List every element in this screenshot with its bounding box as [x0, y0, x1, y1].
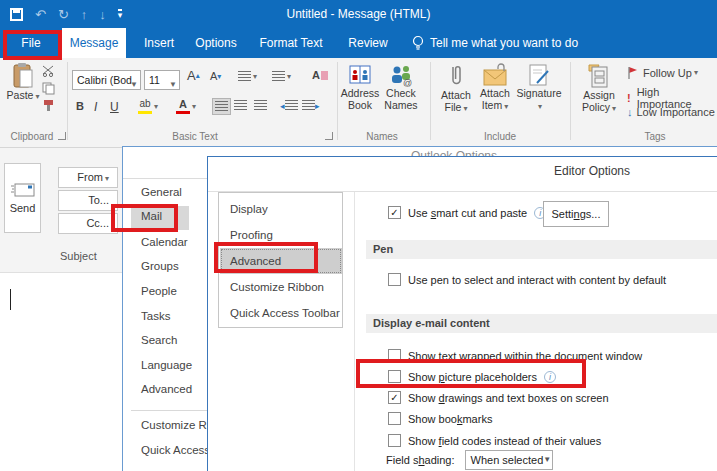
attach-file-button[interactable]: AttachFile	[437, 63, 475, 115]
tell-me-box[interactable]: Tell me what you want to do	[412, 28, 578, 58]
show-bookmarks-label: Show bookmarks	[408, 413, 492, 425]
to-button[interactable]: To...	[58, 190, 118, 211]
format-painter-button[interactable]	[42, 99, 55, 112]
svg-text:@: @	[403, 78, 412, 87]
field-shading-dropdown[interactable]: When selected ▼	[465, 450, 553, 470]
nav-quick-access-toolbar[interactable]: Quick Access Toolbar	[230, 300, 340, 326]
annotation-box-advanced-nav	[214, 242, 318, 273]
format-painter-icon	[42, 99, 55, 112]
high-importance-icon: !	[627, 92, 631, 104]
nav-separator	[131, 410, 213, 411]
underline-button[interactable]: U	[110, 100, 119, 114]
send-button[interactable]: Send	[4, 163, 41, 233]
assign-policy-button[interactable]: AssignPolicy	[578, 63, 620, 115]
group-separator	[570, 62, 571, 140]
follow-up-button[interactable]: Follow Up	[627, 66, 698, 79]
group-separator	[430, 62, 431, 140]
send-envelope-icon	[11, 182, 35, 197]
display-email-section-header: Display e-mail content	[366, 314, 717, 333]
tab-options[interactable]: Options	[188, 28, 244, 58]
clipboard-dialog-launcher-icon[interactable]	[58, 132, 66, 140]
basic-text-dialog-launcher-icon[interactable]	[325, 132, 333, 140]
increase-indent-icon	[302, 100, 315, 111]
address-book-icon	[348, 63, 372, 87]
bullets-button[interactable]	[238, 71, 257, 82]
tab-insert[interactable]: Insert	[131, 28, 187, 58]
ribbon-tab-bar: File Message Insert Options Format Text …	[0, 28, 717, 58]
nav-general[interactable]: General	[141, 186, 182, 202]
smart-cut-paste-label: Use smart cut and paste	[408, 207, 527, 219]
nav-tasks[interactable]: Tasks	[141, 310, 170, 326]
low-importance-icon: ↓	[627, 106, 633, 118]
align-right-button[interactable]	[254, 100, 267, 111]
copy-button[interactable]	[42, 82, 55, 95]
show-drawings-checkbox[interactable]: ✓	[388, 391, 401, 404]
ribbon: Paste Clipboard Calibri (Bod ▼	[0, 58, 717, 148]
from-button[interactable]: From	[58, 167, 118, 188]
nav-people[interactable]: People	[141, 285, 177, 301]
check-names-button[interactable]: @ CheckNames	[380, 63, 422, 111]
pen-section-header: Pen	[366, 240, 717, 259]
italic-button[interactable]: I	[94, 100, 97, 114]
align-center-button[interactable]	[234, 100, 247, 111]
smart-cut-paste-row: ✓ Use smart cut and paste	[388, 205, 546, 220]
nav-groups[interactable]: Groups	[141, 260, 179, 276]
group-separator	[67, 62, 68, 140]
cc-button[interactable]: Cc...	[58, 213, 118, 234]
attach-item-button[interactable]: AttachItem	[476, 63, 514, 113]
title-bar: ↶ ↻ ↑ ↓ ▾ Untitled - Message (HTML)	[0, 0, 717, 28]
text-highlight-button[interactable]: ab	[138, 98, 158, 114]
nav-advanced[interactable]: Advanced	[141, 383, 192, 399]
nav-search[interactable]: Search	[141, 334, 177, 350]
font-color-button[interactable]: A	[176, 98, 196, 114]
font-size-value: 11	[149, 74, 160, 86]
show-field-codes-checkbox[interactable]	[388, 434, 401, 447]
nav-customize-ribbon[interactable]: Customize Ribbon	[230, 274, 324, 300]
smart-cut-paste-checkbox[interactable]: ✓	[388, 206, 401, 219]
annotation-box-mail-nav	[111, 204, 178, 232]
increase-indent-button[interactable]: ▸	[302, 100, 320, 111]
editor-options-title: Editor Options	[554, 164, 630, 178]
cut-button[interactable]	[42, 65, 56, 77]
nav-display[interactable]: Display	[230, 196, 268, 222]
show-drawings-row: ✓ Show drawings and text boxes on screen	[388, 390, 609, 405]
paste-label: Paste	[7, 89, 40, 101]
tags-group-label: Tags	[630, 131, 680, 142]
address-book-button[interactable]: AddressBook	[342, 63, 378, 111]
show-drawings-label: Show drawings and text boxes on screen	[408, 392, 609, 404]
signature-button[interactable]: Signature	[517, 63, 561, 113]
settings-button[interactable]: Settings...	[543, 201, 609, 227]
tell-me-label: Tell me what you want to do	[430, 28, 578, 58]
align-center-icon	[234, 100, 247, 111]
grow-font-button[interactable]: A▴	[187, 68, 200, 83]
send-label: Send	[10, 202, 36, 214]
tab-format-text[interactable]: Format Text	[252, 28, 330, 58]
paste-clipboard-icon	[12, 62, 34, 89]
decrease-indent-button[interactable]: ◂	[280, 100, 298, 111]
basic-text-group-label: Basic Text	[160, 131, 230, 142]
show-bookmarks-checkbox[interactable]	[388, 412, 401, 425]
bold-button[interactable]: B	[76, 100, 84, 112]
font-name-combo[interactable]: Calibri (Bod ▼	[72, 70, 141, 90]
tab-review[interactable]: Review	[340, 28, 396, 58]
low-importance-button[interactable]: ↓ Low Importance	[627, 106, 715, 118]
show-field-codes-label: Show field codes instead of their values	[408, 435, 601, 447]
nav-calendar[interactable]: Calendar	[141, 236, 188, 252]
show-field-codes-row: Show field codes instead of their values	[388, 433, 601, 448]
numbering-button[interactable]	[272, 71, 291, 82]
tab-message[interactable]: Message	[62, 28, 126, 58]
field-shading-row: Field shading: When selected ▼	[386, 452, 553, 467]
annotation-box-show-placeholders	[356, 359, 586, 388]
shrink-font-button[interactable]: A▾	[210, 70, 221, 82]
scissors-icon	[42, 65, 56, 77]
use-pen-checkbox[interactable]	[388, 273, 401, 286]
font-size-combo[interactable]: 11 ▼	[144, 70, 180, 90]
align-left-button[interactable]	[212, 98, 231, 115]
clipboard-group-label: Clipboard	[6, 131, 58, 142]
font-name-value: Calibri (Bod	[77, 74, 132, 86]
field-shading-label: Field shading:	[386, 454, 455, 466]
nav-language[interactable]: Language	[141, 359, 192, 375]
paste-button[interactable]: Paste	[6, 62, 40, 101]
use-pen-label: Use pen to select and interact with cont…	[408, 274, 666, 286]
clear-formatting-button[interactable]: A	[312, 69, 328, 81]
